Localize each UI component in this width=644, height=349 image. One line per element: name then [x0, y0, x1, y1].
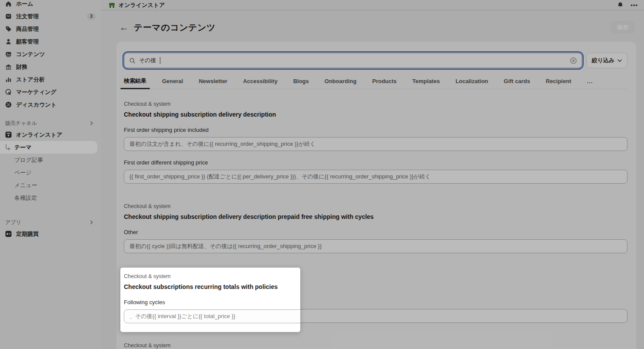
sidebar-item-pages[interactable]: ページ [0, 166, 101, 179]
sidebar-item-menus[interactable]: メニュー [0, 179, 101, 191]
sidebar-item-label: 注文管理 [16, 13, 39, 20]
sidebar-item-label: テーマ [14, 144, 32, 151]
subscription-app-icon [4, 230, 12, 238]
page-header: ← テーマのコンテンツ 保存 [101, 10, 644, 42]
sidebar-item-subscription-app[interactable]: 定期購買 [0, 228, 101, 240]
sidebar-item-label: オンラインストア [16, 131, 62, 139]
more-menu-icon[interactable]: ••• [631, 3, 638, 7]
sidebar-item-blog-posts[interactable]: ブログ記事 [0, 154, 101, 166]
translation-input[interactable]: 最初の{{ cycle }}回は無料配送、その後は{{ recurring_or… [124, 239, 627, 253]
section-category: Checkout & system [124, 273, 300, 280]
sidebar-item-label: ホーム [16, 0, 33, 8]
search-icon [129, 57, 136, 64]
tab-gift-cards[interactable]: Gift cards [500, 73, 534, 89]
tab-recipient[interactable]: Recipient [542, 73, 575, 89]
tab-templates[interactable]: Templates [409, 73, 443, 89]
tab-bar: 検索結果 General Newsletter Accessibility Bl… [120, 73, 627, 89]
sidebar-item-label: ストア分析 [16, 76, 45, 84]
section-category: Checkout & system [124, 101, 627, 107]
section-title: Checkout subscriptions recurring totals … [124, 283, 300, 291]
clear-search-icon[interactable] [570, 57, 577, 64]
tab-accessibility[interactable]: Accessibility [239, 73, 281, 89]
tab-general[interactable]: General [159, 73, 186, 89]
store-chip[interactable]: オンラインストア [109, 1, 165, 9]
media-icon [4, 50, 12, 58]
sidebar-item-finance[interactable]: 財務 [0, 60, 101, 73]
sidebar-item-content[interactable]: コンテンツ [0, 48, 101, 60]
chevron-down-icon [617, 59, 622, 62]
sidebar-item-home[interactable]: ホーム [0, 0, 101, 10]
tag-icon [4, 25, 12, 33]
sidebar-item-label: 定期購買 [16, 230, 39, 238]
channel-topbar: オンラインストア ••• [101, 0, 644, 10]
chevron-right-icon [90, 121, 94, 125]
section-title: Checkout shipping subscription delivery … [124, 111, 627, 118]
tab-search-results[interactable]: 検索結果 [120, 73, 150, 89]
translation-section: Checkout & system [124, 342, 627, 349]
filter-button-label: 絞り込み [592, 57, 615, 64]
sidebar-item-online-store[interactable]: オンラインストア [0, 128, 101, 141]
sidebar-item-label: ブログ記事 [14, 156, 43, 164]
field-label: Following cycles [124, 299, 300, 306]
translation-section: Checkout & system Checkout shipping subs… [124, 203, 627, 253]
highlighted-section-card: Checkout & system Checkout subscriptions… [120, 268, 300, 332]
storefront-green-icon [109, 2, 115, 8]
translation-input[interactable]: {{ first_order_shipping_price }} (配達ごとに{… [124, 170, 627, 184]
tab-blogs[interactable]: Blogs [290, 73, 312, 89]
section-title: Checkout shipping subscription delivery … [124, 213, 627, 221]
sidebar-item-label: 顧客管理 [16, 38, 39, 46]
text-cursor [160, 57, 161, 64]
sidebar-section-sales-channels[interactable]: 販売チャネル [0, 118, 101, 128]
sidebar-item-label: ページ [14, 169, 32, 177]
page-title: テーマのコンテンツ [134, 22, 216, 34]
bar-chart-icon [4, 76, 12, 84]
sidebar-section-apps[interactable]: アプリ [0, 217, 101, 228]
tab-newsletter[interactable]: Newsletter [195, 73, 231, 89]
sidebar-item-discounts[interactable]: ディスカウント [0, 98, 101, 111]
sidebar-item-marketing[interactable]: マーケティング [0, 86, 101, 98]
notification-bell-icon[interactable] [617, 2, 624, 8]
sidebar-item-label: ディスカウント [16, 101, 56, 109]
chevron-right-icon [90, 220, 94, 225]
back-arrow-icon[interactable]: ← [120, 23, 129, 32]
search-input[interactable]: その後 [124, 53, 582, 68]
sidebar-item-label: メニュー [14, 181, 37, 189]
sidebar-item-orders[interactable]: 注文管理 3 [0, 10, 101, 23]
field-label: Other [124, 229, 627, 236]
app-window: ホーム 注文管理 3 商品管理 顧客管理 [0, 0, 644, 349]
search-value: その後 [139, 57, 156, 64]
section-category: Checkout & system [124, 203, 627, 210]
translation-input[interactable]: 最初の注文が含まれ、その後に{{ recurring_order_shippin… [124, 137, 627, 151]
translation-input[interactable]: 、その後{{ interval }}ごとに{{ total_price }} [124, 309, 300, 323]
translation-section: Checkout & system Checkout shipping subs… [124, 101, 627, 184]
tab-overflow-button[interactable]: ... [583, 73, 596, 89]
discount-icon [4, 101, 12, 109]
home-icon [4, 0, 12, 8]
sidebar: ホーム 注文管理 3 商品管理 顧客管理 [0, 0, 101, 349]
sidebar-item-customers[interactable]: 顧客管理 [0, 35, 101, 48]
person-icon [4, 38, 12, 46]
section-category: Checkout & system [124, 342, 627, 349]
sidebar-item-label: マーケティング [16, 88, 56, 96]
filter-button[interactable]: 絞り込み [586, 53, 627, 68]
save-button[interactable]: 保存 [611, 21, 635, 34]
apps-header-label: アプリ [5, 219, 21, 226]
sidebar-item-label: コンテンツ [16, 50, 45, 58]
search-row: その後 絞り込み [124, 53, 627, 68]
topbar-actions: ••• [617, 2, 638, 8]
tab-products[interactable]: Products [368, 73, 400, 89]
sidebar-item-themes[interactable]: テーマ [0, 141, 97, 154]
bank-icon [4, 63, 12, 71]
tab-onboarding[interactable]: Onboarding [321, 73, 360, 89]
sidebar-item-analytics[interactable]: ストア分析 [0, 73, 101, 86]
sidebar-item-preferences[interactable]: 各種設定 [0, 191, 101, 204]
store-chip-label: オンラインストア [119, 1, 165, 9]
orders-icon [4, 13, 12, 20]
sidebar-item-products[interactable]: 商品管理 [0, 23, 101, 35]
tab-localization[interactable]: Localization [452, 73, 491, 89]
sidebar-item-label: 商品管理 [16, 25, 39, 33]
field-label: First order different shipping price [124, 159, 627, 166]
sales-channels-header-label: 販売チャネル [5, 120, 37, 127]
target-cursor-icon [4, 88, 12, 96]
nested-arrow-icon [4, 144, 11, 151]
